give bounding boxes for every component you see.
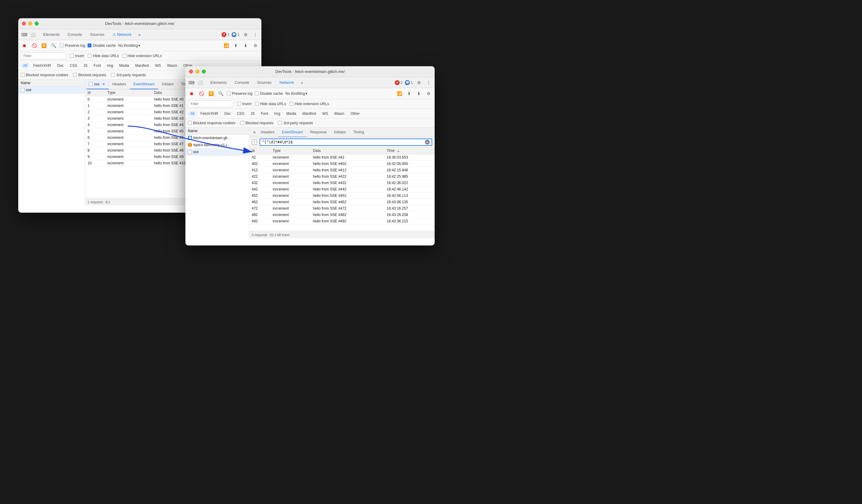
tab-network-1[interactable]: ⚠ Network — [109, 31, 135, 38]
third-party-checkbox-1[interactable] — [111, 73, 115, 77]
req-tab-timing-2[interactable]: Timing — [350, 128, 368, 137]
blocked-cookies-2[interactable]: Blocked response cookies — [188, 121, 235, 125]
disable-cache-checkbox-1[interactable] — [88, 43, 91, 48]
maximize-button-2[interactable] — [202, 69, 206, 74]
filter-btn-2[interactable]: 🔽 — [207, 90, 214, 97]
settings-btn-1[interactable]: ⚙ — [242, 31, 249, 38]
tab-sources-1[interactable]: Sources — [86, 31, 108, 38]
filter-input-1[interactable] — [21, 53, 66, 59]
regex-input[interactable] — [262, 140, 423, 144]
type-font-2[interactable]: Font — [258, 111, 271, 116]
invert-checkbox-2[interactable] — [237, 102, 241, 106]
wifi-icon-1[interactable]: 📶 — [222, 42, 230, 49]
network-row-fetch[interactable]: 📄 fetch-eventstream.gli... — [185, 135, 249, 142]
search-btn-2[interactable]: 🔍 — [217, 90, 224, 97]
type-fetch-xhr-2[interactable]: Fetch/XHR — [198, 111, 221, 116]
filter-input-2[interactable] — [188, 101, 233, 107]
hide-ext-checkbox-2[interactable] — [290, 102, 293, 106]
type-all-2[interactable]: All — [188, 111, 197, 116]
type-wasm-1[interactable]: Wasm — [165, 63, 180, 68]
blocked-requests-2[interactable]: Blocked requests — [240, 121, 273, 125]
req-tab-initiator-2[interactable]: Initiator — [330, 128, 350, 137]
download-icon-1[interactable]: ⬇ — [242, 42, 249, 49]
type-other-2[interactable]: Other — [348, 111, 362, 116]
minimize-button-1[interactable] — [28, 22, 32, 26]
wifi-icon-2[interactable]: 📶 — [396, 90, 403, 97]
type-media-2[interactable]: Media — [284, 111, 299, 116]
settings-btn-2[interactable]: ⚙ — [415, 79, 422, 86]
type-img-2[interactable]: Img — [272, 111, 283, 116]
type-img-1[interactable]: Img — [105, 63, 116, 68]
network-row-topics[interactable]: {} topics-taxonomy-v1.j... — [185, 142, 249, 148]
hide-data-urls-1[interactable]: Hide data URLs — [88, 54, 119, 58]
hide-ext-checkbox-1[interactable] — [122, 54, 127, 58]
table-row[interactable]: 402incrementhello from SSE #40216:42:05.… — [249, 161, 435, 167]
close-button-2[interactable] — [189, 69, 193, 74]
preserve-log-2[interactable]: Preserve log — [227, 91, 252, 96]
hide-data-checkbox-1[interactable] — [88, 54, 92, 58]
req-tab-eventstream-2[interactable]: EventStream — [278, 128, 306, 137]
close-panel-2[interactable]: ✕ — [252, 130, 257, 135]
tab-console-1[interactable]: Console — [64, 31, 86, 38]
type-js-2[interactable]: JS — [248, 111, 257, 116]
disable-cache-2[interactable]: Disable cache — [255, 91, 283, 96]
eventstream-scroll-2[interactable]: Id Type Data Time ▲ 42incrementhello fro… — [249, 147, 435, 231]
blocked-requests-checkbox-2[interactable] — [240, 121, 244, 125]
tab-console-2[interactable]: Console — [231, 79, 253, 86]
hide-data-checkbox-2[interactable] — [255, 102, 259, 106]
stop-recording-btn-1[interactable]: ⏹ — [21, 42, 28, 49]
more-tabs-1[interactable]: » — [136, 31, 143, 38]
more-tabs-2[interactable]: » — [298, 79, 305, 86]
panels-icon-1[interactable]: ⬜ — [29, 31, 37, 38]
regex-clear-btn[interactable]: ✕ — [425, 140, 430, 145]
type-ws-1[interactable]: WS — [153, 63, 163, 68]
search-btn-1[interactable]: 🔍 — [50, 42, 57, 49]
settings-btn-net-1[interactable]: ⚙ — [252, 42, 259, 49]
throttle-select-1[interactable]: No throttling ▾ — [118, 43, 141, 48]
table-row[interactable]: 462incrementhello from SSE #46216:43:06.… — [249, 199, 435, 205]
cursor-icon-2[interactable]: ⌨ — [188, 79, 195, 86]
more-btn-2[interactable]: ⋮ — [425, 79, 432, 86]
type-wasm-2[interactable]: Wasm — [332, 111, 347, 116]
third-party-2[interactable]: 3rd-party requests — [278, 121, 313, 125]
preserve-log-1[interactable]: Preserve log — [60, 43, 85, 48]
table-row[interactable]: 442incrementhello from SSE #44216:42:46.… — [249, 186, 435, 193]
hide-ext-urls-2[interactable]: Hide extension URLs — [290, 102, 329, 106]
type-media-1[interactable]: Media — [117, 63, 132, 68]
disable-cache-checkbox-2[interactable] — [255, 91, 259, 95]
disable-cache-1[interactable]: Disable cache — [88, 43, 116, 48]
preserve-log-checkbox-2[interactable] — [227, 91, 231, 95]
clear-btn-2[interactable]: 🚫 — [198, 90, 205, 97]
invert-option-2[interactable]: Invert — [237, 102, 251, 106]
upload-icon-1[interactable]: ⬆ — [232, 42, 239, 49]
download-icon-2[interactable]: ⬇ — [415, 90, 422, 97]
throttle-select-2[interactable]: No throttling ▾ — [285, 91, 308, 96]
tab-network-2[interactable]: Network — [276, 79, 298, 86]
cursor-icon-1[interactable]: ⌨ — [21, 31, 28, 38]
type-fetch-xhr-1[interactable]: Fetch/XHR — [31, 63, 53, 68]
invert-option-1[interactable]: Invert — [70, 54, 84, 58]
minimize-button-2[interactable] — [195, 69, 199, 74]
type-css-2[interactable]: CSS — [234, 111, 247, 116]
third-party-checkbox-2[interactable] — [278, 121, 282, 125]
req-tab-response-2[interactable]: Response — [307, 128, 330, 137]
table-row[interactable]: 42incrementhello from SSE #4216:36:03.65… — [249, 154, 435, 161]
table-row[interactable]: 482incrementhello from SSE #48216:43:26.… — [249, 212, 435, 218]
hide-ext-urls-1[interactable]: Hide extension URLs — [122, 54, 162, 58]
blocked-cookies-checkbox-1[interactable] — [21, 73, 25, 77]
tab-sources-2[interactable]: Sources — [253, 79, 275, 86]
sse-row-1[interactable]: sse — [18, 87, 85, 94]
table-row[interactable]: 492incrementhello from SSE #49216:43:36.… — [249, 218, 435, 225]
table-row[interactable]: 472incrementhello from SSE #47216:43:16.… — [249, 205, 435, 212]
type-font-1[interactable]: Font — [91, 63, 103, 68]
type-doc-1[interactable]: Doc — [55, 63, 66, 68]
hide-data-urls-2[interactable]: Hide data URLs — [255, 102, 286, 106]
invert-checkbox-1[interactable] — [70, 54, 74, 58]
stop-recording-btn-2[interactable]: ⏹ — [188, 90, 195, 97]
table-row[interactable]: 412incrementhello from SSE #41216:42:15.… — [249, 167, 435, 173]
req-tab-initiator-1[interactable]: Initiator — [158, 80, 177, 89]
type-manifest-1[interactable]: Manifest — [133, 63, 152, 68]
table-row[interactable]: 422incrementhello from SSE #42216:42:25.… — [249, 173, 435, 180]
blocked-cookies-checkbox-2[interactable] — [188, 121, 192, 125]
req-tab-headers-2[interactable]: Headers — [257, 128, 278, 137]
